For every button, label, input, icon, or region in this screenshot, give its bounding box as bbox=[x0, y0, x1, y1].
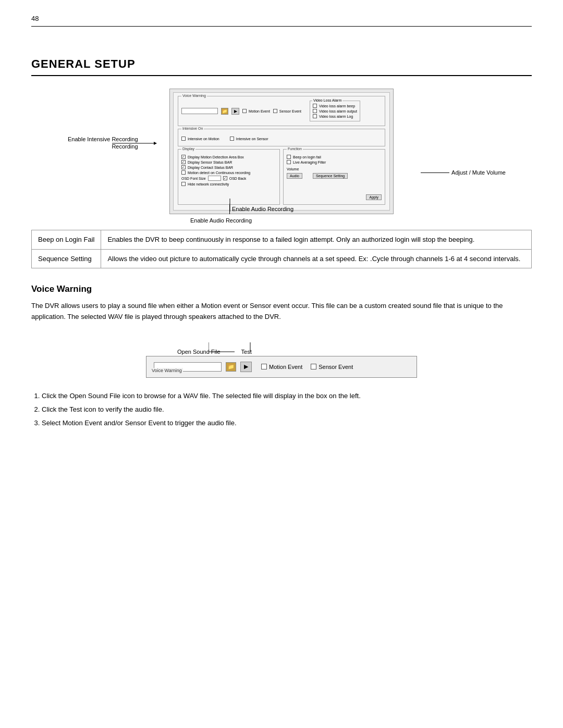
dvr-vl-beep-label: Video loss alarm beep bbox=[319, 104, 355, 108]
dvr-intensive-sensor-label: Intensive on Sensor bbox=[236, 137, 268, 141]
top-divider bbox=[31, 26, 532, 27]
dvr-vl-log-label: Video loss alarm Log bbox=[319, 115, 353, 118]
info-table: Beep on Login Fail Enables the DVR to be… bbox=[31, 230, 532, 268]
dvr-display-section: Display Display Motion Detection Area Bo… bbox=[178, 149, 280, 205]
dvr-osd-back-checkbox[interactable] bbox=[223, 176, 227, 180]
voice-sensor-checkbox[interactable] bbox=[311, 364, 316, 369]
dvr-intensive-sensor-checkbox[interactable] bbox=[230, 137, 234, 141]
dvr-audio-button[interactable]: Audio bbox=[287, 173, 302, 179]
dvr-display-continuous-checkbox[interactable] bbox=[181, 170, 186, 175]
dvr-hide-network-row: Hide network connectivity bbox=[181, 182, 276, 186]
dvr-folder-icon[interactable]: 📁 bbox=[221, 108, 228, 115]
dvr-intensive-motion-checkbox[interactable] bbox=[181, 137, 186, 141]
dvr-voice-input[interactable] bbox=[181, 108, 218, 114]
enable-intensive-arrow bbox=[112, 138, 164, 154]
voice-warning-description: The DVR allows users to play a sound fil… bbox=[31, 301, 532, 323]
dvr-intensive-sensor-row: Intensive on Sensor bbox=[230, 137, 268, 141]
voice-box-title-label: Voice Warning bbox=[151, 368, 183, 373]
dvr-vl-log-checkbox[interactable] bbox=[313, 114, 317, 118]
dvr-main-screenshot: Voice Warning 📁 ▶ Motion Event Sensor Ev… bbox=[169, 89, 394, 214]
dvr-display-sensor-checkbox[interactable] bbox=[181, 160, 186, 164]
dvr-sensor-checkbox[interactable] bbox=[273, 109, 277, 113]
voice-folder-icon[interactable]: 📁 bbox=[226, 362, 236, 372]
table-row-sequence: Sequence Setting Allows the video out pi… bbox=[32, 249, 532, 268]
voice-motion-event-label: Motion Event bbox=[269, 364, 302, 370]
dvr-play-icon[interactable]: ▶ bbox=[231, 108, 239, 115]
dvr-osd-row: OSD Font Size OSD Back bbox=[181, 176, 276, 181]
dvr-hide-network-checkbox[interactable] bbox=[181, 182, 186, 186]
dvr-display-continuous-label: Motion detect on Continuous recording bbox=[188, 171, 250, 175]
table-cell-sequence-label: Sequence Setting bbox=[32, 249, 101, 268]
dvr-display-function-row: Display Display Motion Detection Area Bo… bbox=[178, 149, 385, 207]
dvr-beep-login-checkbox[interactable] bbox=[287, 155, 291, 159]
dvr-vl-output-label: Video loss alarm output bbox=[319, 109, 357, 113]
dvr-motion-event-label: Motion Event bbox=[249, 109, 270, 113]
dvr-display-sensor-row: Display Sensor Status BAR bbox=[181, 160, 276, 164]
dvr-function-title: Function bbox=[287, 147, 303, 151]
dvr-live-avg-checkbox[interactable] bbox=[287, 160, 291, 164]
dvr-vl-output-checkbox[interactable] bbox=[313, 109, 317, 113]
voice-warning-subsection-title: Voice Warning bbox=[31, 284, 532, 294]
enable-audio-text-annotation: Enable Audio Recording bbox=[190, 217, 252, 224]
dvr-function-section: Function Beep on login fail Live Averagi… bbox=[283, 149, 385, 205]
voice-play-icon[interactable]: ▶ bbox=[240, 362, 252, 372]
svg-marker-1 bbox=[154, 142, 157, 145]
annotation-lines-svg bbox=[209, 342, 313, 353]
dvr-live-avg-label: Live Averaging Filter bbox=[293, 161, 326, 164]
enable-audio-annotation: Enable Audio Recording bbox=[229, 204, 293, 214]
dvr-display-motion-label: Display Motion Detection Area Box bbox=[188, 155, 244, 159]
dvr-motion-event-checkbox-row: Motion Event bbox=[242, 109, 270, 113]
dvr-apply-area: Apply bbox=[287, 194, 382, 200]
dvr-screenshot-area: Enable Intensive Recording Recording Adj… bbox=[31, 89, 532, 214]
dvr-intensive-motion-label: Intensive on Motion bbox=[188, 137, 219, 141]
dvr-volume-area: Volume Audio Sequence Setting bbox=[287, 167, 382, 179]
dvr-display-motion-row: Display Motion Detection Area Box bbox=[181, 155, 276, 159]
step-1: Click the Open Sound File icon to browse… bbox=[42, 390, 532, 402]
dvr-vl-log-row: Video loss alarm Log bbox=[313, 114, 357, 118]
dvr-sequence-setting-button[interactable]: Sequence Setting bbox=[313, 173, 348, 179]
dvr-motion-checkbox[interactable] bbox=[242, 109, 247, 113]
dvr-beep-login-label: Beep on login fail bbox=[293, 155, 321, 159]
dvr-video-loss-title: Video Loss Alarm bbox=[312, 98, 342, 102]
dvr-volume-label: Volume bbox=[287, 167, 382, 171]
dvr-audio-sequence-row: Audio Sequence Setting bbox=[287, 173, 382, 179]
dvr-intensive-section: Intensive On Intensive on Motion Intensi… bbox=[178, 129, 385, 146]
dvr-voice-warning-title: Voice Warning bbox=[181, 94, 207, 97]
voice-motion-checkbox[interactable] bbox=[261, 364, 267, 369]
page-number: 48 bbox=[31, 15, 39, 22]
dvr-vl-beep-checkbox[interactable] bbox=[313, 104, 317, 108]
step-3: Select Motion Event and/or Sensor Event … bbox=[42, 417, 532, 429]
dvr-display-contact-row: Display Contact Status BAR bbox=[181, 165, 276, 169]
dvr-osd-font-size-label: OSD Font Size bbox=[181, 177, 206, 180]
dvr-osd-back-label: OSD Back bbox=[229, 177, 247, 180]
dvr-apply-button[interactable]: Apply bbox=[366, 194, 382, 200]
voice-warning-box: Voice Warning 📁 ▶ Motion Event Sensor Ev… bbox=[146, 356, 417, 378]
audio-annotation-line bbox=[229, 199, 230, 212]
voice-diagram-wrapper: Open Sound File Test Voice Warning 📁 ▶ bbox=[146, 333, 417, 378]
voice-sensor-event-label: Sensor Event bbox=[319, 364, 353, 370]
section-divider bbox=[31, 75, 532, 76]
table-row-beep: Beep on Login Fail Enables the DVR to be… bbox=[32, 230, 532, 250]
voice-diagram-container: Open Sound File Test Voice Warning 📁 ▶ bbox=[31, 333, 532, 378]
dvr-sensor-event-label: Sensor Event bbox=[279, 109, 301, 113]
dvr-display-contact-label: Display Contact Status BAR bbox=[188, 166, 233, 169]
dvr-vl-beep-row: Video loss alarm beep bbox=[313, 104, 357, 108]
steps-list: Click the Open Sound File icon to browse… bbox=[42, 390, 532, 429]
voice-sensor-event-item: Sensor Event bbox=[311, 364, 353, 370]
dvr-intensive-title: Intensive On bbox=[181, 127, 204, 130]
dvr-display-sensor-label: Display Sensor Status BAR bbox=[188, 161, 232, 164]
dvr-display-continuous-row: Motion detect on Continuous recording bbox=[181, 170, 276, 175]
adjust-mute-annotation: Adjust / Mute Volume bbox=[421, 169, 506, 176]
voice-checkbox-area: Motion Event Sensor Event bbox=[261, 364, 353, 370]
dvr-display-motion-checkbox[interactable] bbox=[181, 155, 186, 159]
dvr-vl-output-row: Video loss alarm output bbox=[313, 109, 357, 113]
dvr-hide-network-label: Hide network connectivity bbox=[188, 182, 229, 186]
dvr-display-contact-checkbox[interactable] bbox=[181, 165, 186, 169]
voice-motion-event-item: Motion Event bbox=[261, 364, 302, 370]
dvr-live-avg-row: Live Averaging Filter bbox=[287, 160, 382, 164]
dvr-display-title: Display bbox=[181, 147, 195, 151]
dvr-osd-select[interactable] bbox=[208, 176, 221, 181]
dvr-sensor-event-checkbox-row: Sensor Event bbox=[273, 109, 301, 113]
dvr-video-loss-section: Video Loss Alarm Video loss alarm beep V… bbox=[310, 101, 360, 121]
section-title: GENERAL SETUP bbox=[31, 57, 532, 71]
